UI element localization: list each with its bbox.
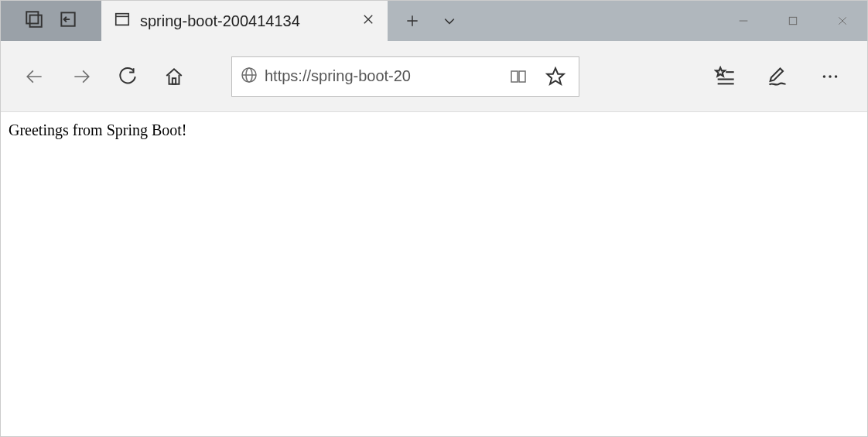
svg-point-14 bbox=[823, 75, 825, 77]
reading-view-icon[interactable] bbox=[503, 61, 534, 92]
tab-actions bbox=[388, 1, 474, 41]
toolbar-right bbox=[705, 56, 853, 97]
back-button[interactable] bbox=[15, 56, 55, 97]
tab-title: spring-boot-200414134 bbox=[140, 12, 352, 30]
globe-icon bbox=[240, 66, 258, 87]
url-text: https://spring-boot-20 bbox=[265, 67, 497, 85]
favorites-hub-icon[interactable] bbox=[705, 56, 745, 97]
new-tab-button[interactable] bbox=[394, 1, 431, 41]
title-bar: spring-boot-200414134 bbox=[1, 1, 867, 41]
notes-icon[interactable] bbox=[757, 56, 798, 97]
tab-overflow-button[interactable] bbox=[431, 1, 468, 41]
forward-button[interactable] bbox=[61, 56, 101, 97]
maximize-button[interactable] bbox=[768, 1, 818, 41]
svg-rect-3 bbox=[116, 14, 129, 26]
page-content: Greetings from Spring Boot! bbox=[1, 112, 867, 149]
page-icon bbox=[114, 11, 131, 31]
close-tab-icon[interactable] bbox=[361, 12, 375, 29]
toolbar: https://spring-boot-20 bbox=[1, 41, 867, 112]
page-body-text: Greetings from Spring Boot! bbox=[9, 121, 859, 139]
titlebar-drag-area[interactable] bbox=[474, 1, 719, 41]
svg-point-15 bbox=[829, 75, 831, 77]
address-bar[interactable]: https://spring-boot-20 bbox=[231, 56, 579, 97]
svg-rect-7 bbox=[173, 78, 176, 84]
tabs-aside-icon[interactable] bbox=[24, 9, 44, 32]
minimize-button[interactable] bbox=[719, 1, 768, 41]
svg-point-16 bbox=[835, 75, 837, 77]
tab-set-aside-area bbox=[1, 1, 101, 41]
window-controls bbox=[719, 1, 867, 41]
favorite-star-icon[interactable] bbox=[540, 61, 571, 92]
home-button[interactable] bbox=[154, 56, 194, 97]
svg-rect-0 bbox=[26, 12, 38, 23]
more-options-icon[interactable] bbox=[810, 56, 850, 97]
svg-rect-1 bbox=[30, 15, 42, 27]
browser-tab[interactable]: spring-boot-200414134 bbox=[101, 1, 388, 41]
svg-rect-6 bbox=[789, 17, 796, 24]
set-aside-icon[interactable] bbox=[58, 9, 78, 32]
refresh-button[interactable] bbox=[108, 56, 148, 97]
close-window-button[interactable] bbox=[818, 1, 867, 41]
